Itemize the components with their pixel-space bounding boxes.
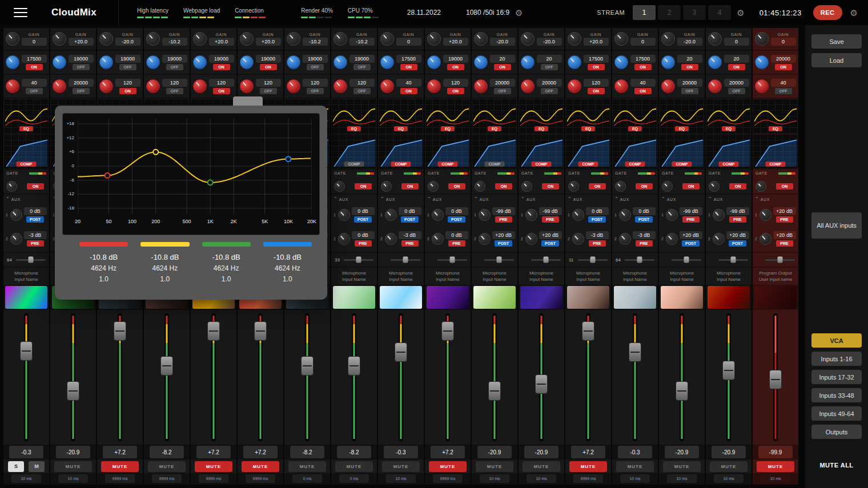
mute-button[interactable]: MUTE (523, 461, 560, 472)
pan-handle[interactable] (778, 257, 783, 263)
gate-knob[interactable] (709, 181, 720, 192)
pan-handle[interactable] (590, 257, 596, 263)
comp-badge[interactable]: COMP (532, 162, 552, 167)
aux2-mode-toggle[interactable]: PRE (27, 240, 44, 247)
mute-all-button[interactable]: MUTE ALL (811, 459, 862, 471)
hpf-toggle[interactable]: ON (775, 64, 792, 70)
hpf-toggle[interactable]: ON (681, 64, 698, 70)
gate-toggle[interactable]: ON (682, 183, 700, 189)
aux2-knob[interactable] (713, 233, 725, 245)
mute-button[interactable]: MUTE (148, 461, 186, 472)
fader-handle[interactable] (629, 342, 641, 362)
eq-badge[interactable]: EQ (628, 126, 642, 131)
pan-handle[interactable] (544, 257, 549, 263)
lpf-knob[interactable] (568, 79, 581, 93)
view-button-vca[interactable]: VCA (811, 333, 862, 348)
gate-toggle[interactable]: ON (542, 183, 559, 189)
eq-mini-graph[interactable]: EQ (331, 99, 377, 133)
lpf-toggle[interactable]: OFF (307, 88, 324, 94)
aux-collapse-icon[interactable]: ⌃ (333, 197, 337, 201)
view-button-inputs-49-64[interactable]: Inputs 49-64 (811, 406, 862, 421)
comp-mini-graph[interactable]: COMP (565, 134, 611, 168)
comp-mini-graph[interactable]: COMP (331, 134, 377, 168)
aux-collapse-icon[interactable]: ⌃ (708, 197, 712, 201)
fader-handle[interactable] (114, 321, 126, 341)
lpf-toggle[interactable]: OFF (166, 88, 183, 94)
gain-knob[interactable] (333, 32, 347, 46)
aux2-mode-toggle[interactable]: PRE (355, 240, 372, 247)
eq-badge[interactable]: EQ (488, 126, 501, 131)
fader-handle[interactable] (441, 321, 454, 341)
aux1-knob[interactable] (666, 209, 678, 221)
pan-handle[interactable] (356, 257, 361, 263)
all-aux-inputs-button[interactable]: All AUX inputs (811, 212, 862, 239)
lpf-knob[interactable] (193, 79, 207, 93)
lpf-toggle[interactable]: ON (213, 88, 230, 94)
comp-mini-graph[interactable]: COMP (612, 134, 658, 168)
lpf-knob[interactable] (380, 79, 394, 93)
gate-knob[interactable] (475, 181, 485, 192)
eq-badge[interactable]: EQ (394, 126, 408, 131)
solo-button[interactable]: S (8, 461, 24, 472)
pan-handle[interactable] (450, 257, 455, 263)
gain-knob[interactable] (755, 32, 769, 46)
aux2-mode-toggle[interactable]: POST (541, 240, 559, 247)
eq-curve-graph[interactable]: +18+12+60-6-12-18 20501002005001K2K5K10K… (62, 113, 320, 235)
mute-button[interactable]: MUTE (757, 461, 794, 472)
hpf-knob[interactable] (240, 55, 254, 69)
gate-knob[interactable] (568, 181, 579, 192)
stream-button-3[interactable]: 3 (683, 5, 706, 20)
lpf-toggle[interactable]: OFF (26, 88, 43, 94)
eq-mini-graph[interactable]: EQ (378, 99, 424, 133)
eq-mini-graph[interactable]: EQ (612, 99, 658, 133)
lpf-knob[interactable] (661, 79, 675, 93)
lpf-toggle[interactable]: OFF (494, 88, 511, 94)
hpf-toggle[interactable]: OFF (541, 64, 558, 70)
aux1-knob[interactable] (479, 209, 491, 221)
comp-mini-graph[interactable]: COMP (519, 134, 564, 168)
comp-mini-graph[interactable]: COMP (425, 134, 471, 168)
gate-toggle[interactable]: ON (27, 183, 44, 189)
hpf-knob[interactable] (6, 55, 19, 69)
lpf-knob[interactable] (755, 79, 769, 93)
view-button-inputs-1-16[interactable]: Inputs 1-16 (811, 352, 862, 366)
fader-handle[interactable] (535, 374, 548, 394)
aux2-mode-toggle[interactable]: POST (729, 240, 746, 247)
stream-settings-icon[interactable]: ⚙ (737, 9, 744, 17)
fader-handle[interactable] (722, 361, 735, 380)
pan-handle[interactable] (497, 257, 502, 263)
eq-badge[interactable]: EQ (722, 126, 736, 131)
lpf-knob[interactable] (287, 79, 300, 93)
comp-badge[interactable]: COMP (672, 162, 692, 167)
pan-handle[interactable] (637, 257, 642, 263)
aux1-mode-toggle[interactable]: PRE (682, 216, 700, 223)
aux1-mode-toggle[interactable]: POST (26, 216, 44, 223)
lpf-toggle[interactable]: OFF (681, 88, 698, 94)
stream-button-1[interactable]: 1 (633, 5, 656, 20)
hpf-toggle[interactable]: OFF (166, 64, 183, 70)
lpf-knob[interactable] (53, 79, 66, 93)
lpf-knob[interactable] (99, 79, 113, 93)
comp-badge[interactable]: COMP (578, 162, 598, 167)
aux1-knob[interactable] (713, 209, 725, 221)
gate-toggle[interactable]: ON (729, 183, 746, 189)
hpf-toggle[interactable]: OFF (353, 64, 371, 70)
aux1-mode-toggle[interactable]: POST (401, 216, 419, 223)
aux2-knob[interactable] (666, 233, 678, 245)
fader-handle[interactable] (348, 356, 360, 376)
comp-badge[interactable]: COMP (438, 162, 458, 167)
pan-slider[interactable] (718, 259, 748, 261)
comp-badge[interactable]: COMP (17, 162, 37, 167)
aux-collapse-icon[interactable]: ⌃ (614, 197, 618, 201)
pan-handle[interactable] (29, 257, 34, 263)
aux1-knob[interactable] (432, 209, 444, 221)
lpf-toggle[interactable]: ON (447, 88, 464, 94)
gate-knob[interactable] (381, 181, 392, 192)
format-settings-icon[interactable]: ⚙ (515, 9, 523, 17)
aux2-knob[interactable] (10, 233, 22, 245)
comp-mini-graph[interactable]: COMP (659, 134, 705, 168)
hpf-toggle[interactable]: OFF (73, 64, 90, 70)
aux2-knob[interactable] (572, 233, 584, 245)
mute-button[interactable]: MUTE (382, 461, 420, 472)
hpf-knob[interactable] (614, 55, 628, 69)
